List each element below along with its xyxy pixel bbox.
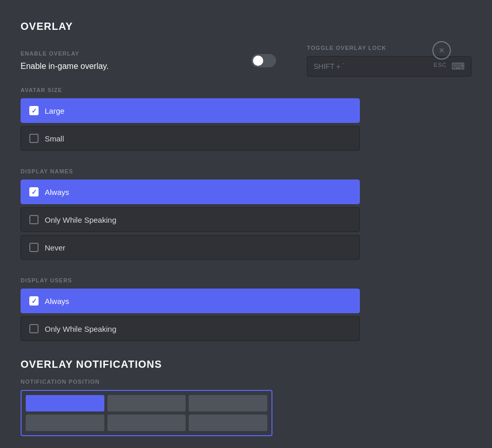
overlay-notifications-title: OVERLAY NOTIFICATIONS: [21, 359, 471, 370]
checkbox-names-always: [29, 187, 39, 196]
avatar-size-label: AVATAR SIZE: [21, 87, 471, 93]
display-names-option-never-label: Never: [45, 243, 65, 252]
avatar-size-section: AVATAR SIZE Large Small: [21, 87, 471, 154]
display-users-option-while-speaking[interactable]: Only While Speaking: [21, 316, 360, 341]
checkbox-users-always: [29, 296, 39, 306]
display-users-option-always-label: Always: [45, 297, 69, 306]
checkbox-users-while-speaking: [29, 324, 39, 333]
pos-bottom-right[interactable]: [189, 415, 267, 431]
display-users-section: DISPLAY USERS Always Only While Speaking: [21, 277, 471, 344]
display-names-option-always[interactable]: Always: [21, 180, 360, 204]
toggle-track: [251, 54, 276, 67]
shortcut-field[interactable]: SHIFT + ` ⌨: [307, 56, 471, 77]
display-users-options: Always Only While Speaking: [21, 289, 360, 344]
display-names-option-while-speaking[interactable]: Only While Speaking: [21, 207, 360, 232]
toggle-thumb: [253, 56, 263, 66]
pos-bottom-left[interactable]: [26, 415, 104, 431]
close-icon: ×: [439, 45, 445, 56]
avatar-size-option-large[interactable]: Large: [21, 98, 360, 123]
notification-position-grid: [21, 390, 272, 436]
display-users-option-while-speaking-label: Only While Speaking: [45, 325, 116, 333]
display-users-option-always[interactable]: Always: [21, 289, 360, 313]
pos-top-left[interactable]: [26, 395, 104, 411]
display-names-option-never[interactable]: Never: [21, 235, 360, 260]
checkbox-names-never: [29, 243, 39, 252]
avatar-size-option-large-label: Large: [45, 106, 64, 115]
checkbox-small: [29, 134, 39, 143]
display-names-option-always-label: Always: [45, 188, 69, 196]
close-button[interactable]: ×: [432, 41, 451, 60]
esc-label: ESC: [433, 62, 447, 68]
enable-overlay-toggle[interactable]: [251, 54, 276, 67]
overlay-notifications-section: OVERLAY NOTIFICATIONS NOTIFICATION POSIT…: [21, 359, 471, 436]
enable-overlay-description: Enable in-game overlay.: [21, 62, 108, 71]
display-names-options: Always Only While Speaking Never: [21, 180, 360, 263]
display-names-option-while-speaking-label: Only While Speaking: [45, 216, 116, 224]
avatar-size-option-small[interactable]: Small: [21, 126, 360, 151]
display-names-section: DISPLAY NAMES Always Only While Speaking…: [21, 168, 471, 263]
enable-overlay-label: ENABLE OVERLAY: [21, 50, 108, 57]
pos-top-right[interactable]: [189, 395, 267, 411]
notification-position-label: NOTIFICATION POSITION: [21, 379, 471, 385]
shortcut-value: SHIFT + `: [314, 62, 345, 70]
display-names-label: DISPLAY NAMES: [21, 168, 471, 174]
page-title: OVERLAY: [21, 21, 471, 32]
pos-top-center[interactable]: [107, 395, 186, 411]
avatar-size-option-small-label: Small: [45, 134, 64, 143]
avatar-size-options: Large Small: [21, 98, 360, 154]
keyboard-icon: ⌨: [451, 61, 465, 72]
pos-bottom-center[interactable]: [107, 415, 186, 431]
checkbox-names-while-speaking: [29, 215, 39, 224]
display-users-label: DISPLAY USERS: [21, 277, 471, 283]
checkbox-large: [29, 106, 39, 115]
